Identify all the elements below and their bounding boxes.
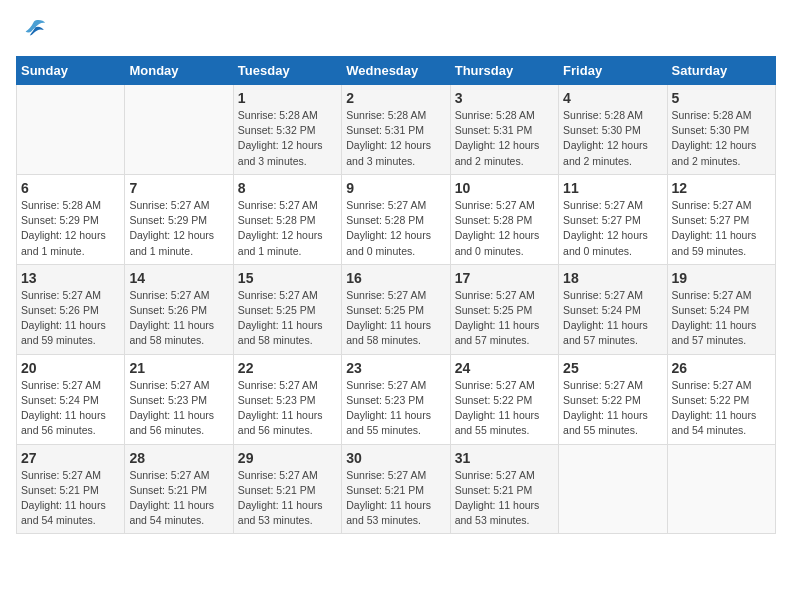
day-info: Sunrise: 5:28 AMSunset: 5:32 PMDaylight:… bbox=[238, 108, 337, 169]
day-info: Sunrise: 5:27 AMSunset: 5:28 PMDaylight:… bbox=[346, 198, 445, 259]
day-info: Sunrise: 5:28 AMSunset: 5:31 PMDaylight:… bbox=[346, 108, 445, 169]
day-number: 27 bbox=[21, 450, 120, 466]
calendar-cell: 26Sunrise: 5:27 AMSunset: 5:22 PMDayligh… bbox=[667, 354, 775, 444]
day-number: 24 bbox=[455, 360, 554, 376]
header-monday: Monday bbox=[125, 57, 233, 85]
calendar-cell: 20Sunrise: 5:27 AMSunset: 5:24 PMDayligh… bbox=[17, 354, 125, 444]
day-info: Sunrise: 5:27 AMSunset: 5:24 PMDaylight:… bbox=[21, 378, 120, 439]
calendar-cell bbox=[667, 444, 775, 534]
day-info: Sunrise: 5:28 AMSunset: 5:29 PMDaylight:… bbox=[21, 198, 120, 259]
calendar-cell: 29Sunrise: 5:27 AMSunset: 5:21 PMDayligh… bbox=[233, 444, 341, 534]
calendar-cell: 1Sunrise: 5:28 AMSunset: 5:32 PMDaylight… bbox=[233, 85, 341, 175]
day-number: 11 bbox=[563, 180, 662, 196]
day-info: Sunrise: 5:27 AMSunset: 5:21 PMDaylight:… bbox=[346, 468, 445, 529]
calendar-cell: 23Sunrise: 5:27 AMSunset: 5:23 PMDayligh… bbox=[342, 354, 450, 444]
day-info: Sunrise: 5:27 AMSunset: 5:29 PMDaylight:… bbox=[129, 198, 228, 259]
calendar-cell: 9Sunrise: 5:27 AMSunset: 5:28 PMDaylight… bbox=[342, 174, 450, 264]
day-info: Sunrise: 5:27 AMSunset: 5:21 PMDaylight:… bbox=[238, 468, 337, 529]
day-info: Sunrise: 5:27 AMSunset: 5:24 PMDaylight:… bbox=[672, 288, 771, 349]
day-info: Sunrise: 5:27 AMSunset: 5:21 PMDaylight:… bbox=[455, 468, 554, 529]
day-number: 7 bbox=[129, 180, 228, 196]
day-number: 23 bbox=[346, 360, 445, 376]
day-number: 4 bbox=[563, 90, 662, 106]
page-header bbox=[16, 16, 776, 44]
calendar-cell: 28Sunrise: 5:27 AMSunset: 5:21 PMDayligh… bbox=[125, 444, 233, 534]
calendar-header-row: SundayMondayTuesdayWednesdayThursdayFrid… bbox=[17, 57, 776, 85]
day-number: 8 bbox=[238, 180, 337, 196]
calendar-cell: 24Sunrise: 5:27 AMSunset: 5:22 PMDayligh… bbox=[450, 354, 558, 444]
calendar-cell: 5Sunrise: 5:28 AMSunset: 5:30 PMDaylight… bbox=[667, 85, 775, 175]
day-number: 1 bbox=[238, 90, 337, 106]
header-thursday: Thursday bbox=[450, 57, 558, 85]
day-number: 20 bbox=[21, 360, 120, 376]
day-info: Sunrise: 5:27 AMSunset: 5:27 PMDaylight:… bbox=[672, 198, 771, 259]
day-number: 26 bbox=[672, 360, 771, 376]
day-number: 10 bbox=[455, 180, 554, 196]
calendar-cell: 27Sunrise: 5:27 AMSunset: 5:21 PMDayligh… bbox=[17, 444, 125, 534]
day-info: Sunrise: 5:27 AMSunset: 5:24 PMDaylight:… bbox=[563, 288, 662, 349]
header-friday: Friday bbox=[559, 57, 667, 85]
day-number: 17 bbox=[455, 270, 554, 286]
header-saturday: Saturday bbox=[667, 57, 775, 85]
calendar-cell bbox=[559, 444, 667, 534]
calendar-cell: 6Sunrise: 5:28 AMSunset: 5:29 PMDaylight… bbox=[17, 174, 125, 264]
calendar-cell: 25Sunrise: 5:27 AMSunset: 5:22 PMDayligh… bbox=[559, 354, 667, 444]
day-number: 30 bbox=[346, 450, 445, 466]
day-number: 19 bbox=[672, 270, 771, 286]
header-wednesday: Wednesday bbox=[342, 57, 450, 85]
day-info: Sunrise: 5:27 AMSunset: 5:26 PMDaylight:… bbox=[21, 288, 120, 349]
day-number: 18 bbox=[563, 270, 662, 286]
week-row-3: 13Sunrise: 5:27 AMSunset: 5:26 PMDayligh… bbox=[17, 264, 776, 354]
day-info: Sunrise: 5:27 AMSunset: 5:25 PMDaylight:… bbox=[346, 288, 445, 349]
logo-bird-icon bbox=[20, 16, 48, 44]
calendar-cell: 7Sunrise: 5:27 AMSunset: 5:29 PMDaylight… bbox=[125, 174, 233, 264]
calendar-cell: 30Sunrise: 5:27 AMSunset: 5:21 PMDayligh… bbox=[342, 444, 450, 534]
calendar-cell: 17Sunrise: 5:27 AMSunset: 5:25 PMDayligh… bbox=[450, 264, 558, 354]
day-number: 25 bbox=[563, 360, 662, 376]
calendar-cell: 16Sunrise: 5:27 AMSunset: 5:25 PMDayligh… bbox=[342, 264, 450, 354]
calendar-cell: 21Sunrise: 5:27 AMSunset: 5:23 PMDayligh… bbox=[125, 354, 233, 444]
day-number: 28 bbox=[129, 450, 228, 466]
day-info: Sunrise: 5:28 AMSunset: 5:31 PMDaylight:… bbox=[455, 108, 554, 169]
day-number: 15 bbox=[238, 270, 337, 286]
week-row-4: 20Sunrise: 5:27 AMSunset: 5:24 PMDayligh… bbox=[17, 354, 776, 444]
calendar-cell: 19Sunrise: 5:27 AMSunset: 5:24 PMDayligh… bbox=[667, 264, 775, 354]
day-info: Sunrise: 5:27 AMSunset: 5:21 PMDaylight:… bbox=[21, 468, 120, 529]
day-info: Sunrise: 5:27 AMSunset: 5:22 PMDaylight:… bbox=[672, 378, 771, 439]
calendar-cell bbox=[17, 85, 125, 175]
calendar-cell: 4Sunrise: 5:28 AMSunset: 5:30 PMDaylight… bbox=[559, 85, 667, 175]
calendar-cell: 10Sunrise: 5:27 AMSunset: 5:28 PMDayligh… bbox=[450, 174, 558, 264]
day-info: Sunrise: 5:27 AMSunset: 5:23 PMDaylight:… bbox=[346, 378, 445, 439]
day-number: 9 bbox=[346, 180, 445, 196]
day-info: Sunrise: 5:28 AMSunset: 5:30 PMDaylight:… bbox=[672, 108, 771, 169]
day-info: Sunrise: 5:27 AMSunset: 5:28 PMDaylight:… bbox=[238, 198, 337, 259]
calendar-cell: 15Sunrise: 5:27 AMSunset: 5:25 PMDayligh… bbox=[233, 264, 341, 354]
week-row-1: 1Sunrise: 5:28 AMSunset: 5:32 PMDaylight… bbox=[17, 85, 776, 175]
day-info: Sunrise: 5:27 AMSunset: 5:23 PMDaylight:… bbox=[129, 378, 228, 439]
day-number: 5 bbox=[672, 90, 771, 106]
week-row-5: 27Sunrise: 5:27 AMSunset: 5:21 PMDayligh… bbox=[17, 444, 776, 534]
day-info: Sunrise: 5:27 AMSunset: 5:25 PMDaylight:… bbox=[455, 288, 554, 349]
calendar-cell: 11Sunrise: 5:27 AMSunset: 5:27 PMDayligh… bbox=[559, 174, 667, 264]
day-number: 14 bbox=[129, 270, 228, 286]
calendar-cell: 31Sunrise: 5:27 AMSunset: 5:21 PMDayligh… bbox=[450, 444, 558, 534]
calendar-cell: 13Sunrise: 5:27 AMSunset: 5:26 PMDayligh… bbox=[17, 264, 125, 354]
calendar-cell: 22Sunrise: 5:27 AMSunset: 5:23 PMDayligh… bbox=[233, 354, 341, 444]
day-info: Sunrise: 5:27 AMSunset: 5:21 PMDaylight:… bbox=[129, 468, 228, 529]
calendar-cell: 18Sunrise: 5:27 AMSunset: 5:24 PMDayligh… bbox=[559, 264, 667, 354]
day-info: Sunrise: 5:27 AMSunset: 5:26 PMDaylight:… bbox=[129, 288, 228, 349]
day-number: 2 bbox=[346, 90, 445, 106]
header-sunday: Sunday bbox=[17, 57, 125, 85]
logo bbox=[16, 16, 48, 44]
calendar-cell: 8Sunrise: 5:27 AMSunset: 5:28 PMDaylight… bbox=[233, 174, 341, 264]
day-info: Sunrise: 5:27 AMSunset: 5:23 PMDaylight:… bbox=[238, 378, 337, 439]
calendar-cell: 14Sunrise: 5:27 AMSunset: 5:26 PMDayligh… bbox=[125, 264, 233, 354]
day-info: Sunrise: 5:27 AMSunset: 5:27 PMDaylight:… bbox=[563, 198, 662, 259]
day-number: 29 bbox=[238, 450, 337, 466]
calendar-cell: 2Sunrise: 5:28 AMSunset: 5:31 PMDaylight… bbox=[342, 85, 450, 175]
day-info: Sunrise: 5:27 AMSunset: 5:22 PMDaylight:… bbox=[455, 378, 554, 439]
day-info: Sunrise: 5:27 AMSunset: 5:22 PMDaylight:… bbox=[563, 378, 662, 439]
day-number: 12 bbox=[672, 180, 771, 196]
calendar-cell bbox=[125, 85, 233, 175]
day-number: 21 bbox=[129, 360, 228, 376]
